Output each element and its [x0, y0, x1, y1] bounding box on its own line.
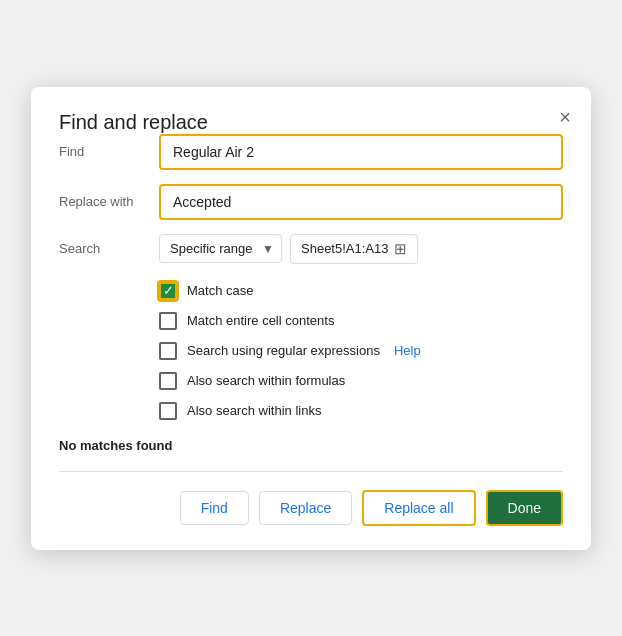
checkbox-match-case-row: ✓ Match case: [159, 282, 563, 300]
find-label: Find: [59, 144, 159, 159]
links-checkbox[interactable]: [159, 402, 177, 420]
regex-label: Search using regular expressions: [187, 343, 380, 358]
close-button[interactable]: ×: [555, 103, 575, 131]
help-link[interactable]: Help: [394, 343, 421, 358]
find-button[interactable]: Find: [180, 491, 249, 525]
search-select-wrap: Specific range All sheets This sheet ▼: [159, 234, 282, 263]
grid-icon: ⊞: [394, 240, 407, 258]
checkbox-links-row: Also search within links: [159, 402, 563, 420]
replace-label: Replace with: [59, 194, 159, 209]
match-case-label: Match case: [187, 283, 253, 298]
divider: [59, 471, 563, 472]
replace-input[interactable]: [159, 184, 563, 220]
footer-row: Find Replace Replace all Done: [59, 490, 563, 526]
range-value: Sheet5!A1:A13: [301, 241, 388, 256]
checkmark-icon: ✓: [163, 284, 174, 297]
search-label: Search: [59, 241, 159, 256]
checkboxes-section: ✓ Match case Match entire cell contents …: [159, 282, 563, 420]
match-case-checkbox[interactable]: ✓: [159, 282, 177, 300]
find-input[interactable]: [159, 134, 563, 170]
find-replace-dialog: Find and replace × Find Replace with Sea…: [31, 87, 591, 550]
match-entire-label: Match entire cell contents: [187, 313, 334, 328]
search-row: Search Specific range All sheets This sh…: [59, 234, 563, 264]
checkbox-match-entire-row: Match entire cell contents: [159, 312, 563, 330]
range-box: Sheet5!A1:A13 ⊞: [290, 234, 418, 264]
find-row: Find: [59, 134, 563, 170]
regex-checkbox[interactable]: [159, 342, 177, 360]
formulas-checkbox[interactable]: [159, 372, 177, 390]
done-button[interactable]: Done: [486, 490, 563, 526]
search-select[interactable]: Specific range All sheets This sheet: [159, 234, 282, 263]
replace-button[interactable]: Replace: [259, 491, 352, 525]
checkbox-formulas-row: Also search within formulas: [159, 372, 563, 390]
links-label: Also search within links: [187, 403, 321, 418]
match-entire-checkbox[interactable]: [159, 312, 177, 330]
replace-all-button[interactable]: Replace all: [362, 490, 475, 526]
formulas-label: Also search within formulas: [187, 373, 345, 388]
replace-row: Replace with: [59, 184, 563, 220]
dialog-title: Find and replace: [59, 111, 208, 133]
checkbox-regex-row: Search using regular expressions Help: [159, 342, 563, 360]
no-matches-status: No matches found: [59, 438, 563, 453]
